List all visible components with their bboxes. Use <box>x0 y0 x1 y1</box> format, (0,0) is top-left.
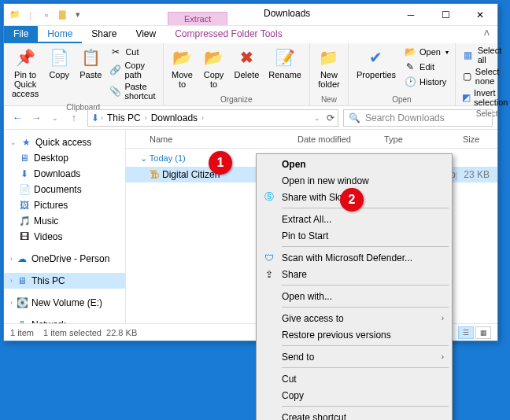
chevron-right-icon: › <box>442 314 444 322</box>
ctx-cut[interactable]: Cut <box>258 370 450 387</box>
paste-shortcut-button[interactable]: 📎Paste shortcut <box>108 81 157 101</box>
pin-icon: 📌 <box>14 46 36 68</box>
ctx-pin-to-start[interactable]: Pin to Start <box>258 227 450 244</box>
search-icon: 🔍 <box>349 112 360 123</box>
col-name[interactable]: Name <box>143 134 291 144</box>
chevron-right-icon[interactable]: › <box>201 114 204 122</box>
ctx-defender-scan[interactable]: 🛡Scan with Microsoft Defender... <box>258 249 450 266</box>
select-all-button[interactable]: ▦Select all <box>460 45 510 65</box>
col-type[interactable]: Type <box>378 134 456 144</box>
chevron-right-icon[interactable]: › <box>101 114 103 122</box>
breadcrumb-downloads[interactable]: Downloads <box>149 112 200 123</box>
maximize-button[interactable]: ☐ <box>428 4 463 26</box>
breadcrumb-this-pc[interactable]: This PC <box>105 112 143 123</box>
minimize-button[interactable]: ─ <box>394 4 428 26</box>
tab-view[interactable]: View <box>126 26 165 43</box>
edit-button[interactable]: ✎Edit <box>402 60 450 74</box>
qat-properties-icon[interactable]: ▫ <box>40 9 53 21</box>
nav-documents[interactable]: 📄Documents <box>4 182 125 197</box>
nav-desktop[interactable]: 🖥Desktop <box>4 150 125 166</box>
ctx-extract-all[interactable]: Extract All... <box>258 211 450 227</box>
forward-button[interactable]: → <box>28 109 45 127</box>
copy-path-icon: 🔗 <box>109 64 121 76</box>
history-button[interactable]: 🕑History <box>402 75 450 89</box>
nav-this-pc[interactable]: ›🖥This PC <box>4 273 125 289</box>
nav-pictures[interactable]: 🖼Pictures <box>4 197 125 213</box>
thumbnails-view-button[interactable]: ▦ <box>475 326 491 339</box>
cut-button[interactable]: ✂Cut <box>108 45 157 59</box>
back-button[interactable]: ← <box>9 109 26 127</box>
open-button[interactable]: 📂Open▾ <box>402 45 450 59</box>
col-size[interactable]: Size <box>456 134 496 144</box>
nav-onedrive[interactable]: ›☁OneDrive - Person <box>4 251 125 267</box>
paste-button[interactable]: 📋Paste <box>76 45 105 81</box>
chevron-right-icon[interactable]: › <box>145 114 147 122</box>
star-icon: ★ <box>20 136 32 149</box>
rename-icon: 📝 <box>274 46 296 68</box>
ctx-send-to[interactable]: Send to› <box>258 348 450 365</box>
chevron-right-icon: › <box>442 352 444 361</box>
search-input[interactable]: 🔍 Search Downloads <box>343 109 493 127</box>
ctx-copy[interactable]: Copy <box>258 387 450 403</box>
pin-quick-access-button[interactable]: 📌Pin to Quick access <box>9 45 42 100</box>
pictures-icon: 🖼 <box>18 199 31 212</box>
recent-locations-button[interactable]: ⌄ <box>46 109 64 127</box>
callout-2: 2 <box>340 188 364 212</box>
up-button[interactable]: ↑ <box>65 109 83 127</box>
ctx-share[interactable]: ⇪Share <box>258 266 450 282</box>
titlebar: 📁 | ▫ ▇ ▾ Extract Downloads ─ ☐ ✕ <box>4 4 497 26</box>
desktop-icon: 🖥 <box>18 152 31 164</box>
qat-dropdown-icon[interactable]: ▾ <box>72 9 84 21</box>
ctx-open-with[interactable]: Open with... <box>258 288 450 304</box>
details-view-button[interactable]: ☰ <box>458 326 474 339</box>
ribbon-tabs: File Home Share View Compressed Folder T… <box>4 26 497 43</box>
select-all-icon: ▦ <box>462 49 475 61</box>
select-none-button[interactable]: ▢Select none <box>460 66 510 87</box>
separator <box>282 285 449 286</box>
history-icon: 🕑 <box>404 76 416 88</box>
rename-button[interactable]: 📝Rename <box>265 45 305 81</box>
copy-button[interactable]: 📄Copy <box>45 45 73 81</box>
nav-music[interactable]: 🎵Music <box>4 213 125 229</box>
new-folder-button[interactable]: 📁New folder <box>315 45 343 90</box>
ctx-restore-versions[interactable]: Restore previous versions <box>258 326 450 343</box>
ribbon-collapse-icon[interactable]: ᐱ <box>476 26 497 43</box>
paste-icon: 📋 <box>79 46 102 68</box>
copy-path-button[interactable]: 🔗Copy path <box>108 60 157 80</box>
close-button[interactable]: ✕ <box>463 4 497 26</box>
invert-icon: ◩ <box>462 91 471 104</box>
tab-file[interactable]: File <box>4 26 38 43</box>
ctx-give-access[interactable]: Give access to› <box>258 310 450 326</box>
ctx-open-new-window[interactable]: Open in new window <box>258 172 450 189</box>
col-date[interactable]: Date modified <box>291 134 378 144</box>
delete-button[interactable]: ✖Delete <box>231 45 263 81</box>
address-bar[interactable]: ⬇ › This PC › Downloads › ⌄ ⟳ <box>87 109 338 127</box>
nav-quick-access[interactable]: ⌄★Quick access <box>4 134 125 150</box>
copy-icon: 📄 <box>48 46 70 68</box>
copy-to-button[interactable]: 📂Copy to <box>200 45 228 90</box>
tab-home[interactable]: Home <box>38 26 82 43</box>
ctx-open[interactable]: Open <box>258 156 450 172</box>
nav-videos[interactable]: 🎞Videos <box>4 229 125 245</box>
separator <box>282 367 449 368</box>
tab-compressed-tools[interactable]: Compressed Folder Tools <box>165 26 292 43</box>
callout-1: 1 <box>209 151 232 175</box>
ctx-create-shortcut[interactable]: Create shortcut <box>258 409 450 420</box>
refresh-button[interactable]: ⟳ <box>327 112 334 123</box>
move-to-button[interactable]: 📂Move to <box>168 45 197 90</box>
edit-icon: ✎ <box>404 61 416 73</box>
nav-downloads[interactable]: ⬇Downloads <box>4 166 125 182</box>
tab-share[interactable]: Share <box>82 26 126 43</box>
group-open-label: Open <box>353 94 450 104</box>
invert-selection-button[interactable]: ◩Invert selection <box>460 87 510 108</box>
properties-button[interactable]: ✔Properties <box>353 45 399 81</box>
navigation-pane: ⌄★Quick access 🖥Desktop ⬇Downloads 📄Docu… <box>4 130 126 323</box>
qat-new-folder-icon[interactable]: ▇ <box>56 9 68 21</box>
separator <box>282 246 449 247</box>
nav-network[interactable]: ›🖧Network <box>4 317 125 323</box>
nav-new-volume[interactable]: ›💽New Volume (E:) <box>4 295 125 311</box>
move-to-icon: 📂 <box>172 46 194 68</box>
music-icon: 🎵 <box>18 215 31 227</box>
chevron-down-icon[interactable]: ⌄ <box>314 114 320 122</box>
download-icon: ⬇ <box>91 112 99 123</box>
